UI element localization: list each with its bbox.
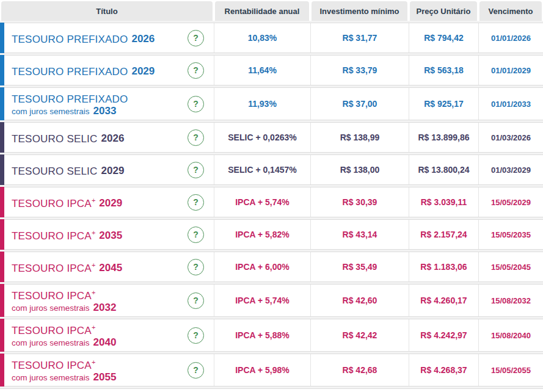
bond-subtitle: com juros semestrais	[12, 107, 90, 116]
bond-plus-superscript: +	[92, 324, 95, 331]
help-icon[interactable]: ?	[188, 327, 204, 344]
bond-maturity: 01/01/2026	[478, 23, 543, 53]
bond-min-investment: R$ 138,00	[310, 155, 409, 184]
bond-plus-superscript: +	[92, 289, 95, 296]
partial-next-row	[0, 388, 543, 392]
bond-subtitle: com juros semestrais	[12, 338, 90, 347]
bond-maturity: 15/08/2040	[478, 319, 543, 351]
help-icon[interactable]: ?	[188, 362, 204, 379]
bond-unit-price: R$ 794,42	[409, 23, 478, 53]
table-header: Título Rentabilidade anual Investimento …	[0, 0, 543, 21]
bond-min-investment: R$ 31,77	[310, 23, 409, 53]
bond-row[interactable]: TESOURO SELIC2026 ? SELIC + 0,0263% R$ 1…	[0, 122, 543, 153]
bond-rate: 11,93%	[214, 88, 310, 120]
bond-maturity: 01/01/2033	[478, 88, 543, 120]
bond-name: TESOURO IPCA	[12, 262, 92, 274]
bond-min-investment: R$ 37,00	[310, 88, 409, 120]
bond-min-investment: R$ 42,60	[310, 285, 409, 316]
bond-year: 2029	[131, 65, 155, 77]
bond-color-bar	[0, 55, 4, 85]
bond-row[interactable]: TESOURO PREFIXADO2026 ? 10,83% R$ 31,77 …	[0, 23, 543, 53]
bond-min-investment: R$ 43,14	[310, 220, 409, 249]
bond-plus-superscript: +	[92, 261, 95, 269]
bond-rate: IPCA + 5,98%	[214, 354, 310, 386]
bond-row[interactable]: TESOURO IPCA+2045 ? IPCA + 6,00% R$ 35,4…	[0, 252, 543, 282]
bond-title: TESOURO SELIC2026	[12, 130, 124, 145]
bond-plus-superscript: +	[92, 358, 95, 366]
bond-name: TESOURO IPCA	[12, 290, 92, 302]
bond-name: TESOURO IPCA	[12, 197, 92, 209]
help-icon[interactable]: ?	[188, 259, 204, 275]
bond-title-cell: TESOURO PREFIXADO2026 ?	[0, 23, 214, 53]
bond-unit-price: R$ 925,17	[409, 88, 478, 120]
bond-row[interactable]: TESOURO PREFIXADO com juros semestrais20…	[0, 87, 543, 120]
help-icon[interactable]: ?	[188, 227, 204, 243]
help-icon[interactable]: ?	[188, 162, 204, 178]
bond-title: TESOURO IPCA+2045	[12, 260, 122, 275]
bond-color-bar	[0, 219, 4, 250]
bond-min-investment: R$ 138,99	[310, 123, 409, 152]
bond-title-cell: TESOURO IPCA+2035 ?	[0, 220, 214, 249]
bond-title-cell: TESOURO IPCA+2045 ?	[0, 252, 214, 281]
bond-row[interactable]: TESOURO SELIC2029 ? SELIC + 0,1457% R$ 1…	[0, 154, 543, 185]
bond-maturity: 15/05/2045	[478, 252, 543, 281]
help-icon[interactable]: ?	[188, 30, 204, 46]
bond-rate: IPCA + 6,00%	[214, 252, 310, 281]
bond-unit-price: R$ 563,18	[409, 56, 478, 85]
bond-rate: SELIC + 0,1457%	[214, 155, 310, 184]
help-icon[interactable]: ?	[188, 292, 204, 309]
bond-maturity: 15/05/2035	[478, 220, 543, 249]
bond-color-bar	[0, 319, 4, 352]
bond-row[interactable]: TESOURO IPCA+ com juros semestrais2055 ?…	[0, 354, 543, 387]
bond-year: 2035	[99, 230, 122, 241]
bond-year: 2045	[99, 262, 122, 274]
column-header-investimento-minimo: Investimento mínimo	[312, 1, 407, 21]
bond-maturity: 15/08/2032	[478, 285, 543, 316]
bond-title-cell: TESOURO PREFIXADO com juros semestrais20…	[0, 88, 214, 120]
bond-year: 2032	[93, 302, 117, 313]
bond-name: TESOURO IPCA	[12, 360, 92, 371]
bond-title-cell: TESOURO IPCA+ com juros semestrais2055 ?	[0, 354, 214, 386]
bond-subtitle: com juros semestrais	[12, 373, 90, 382]
bond-plus-superscript: +	[92, 229, 95, 236]
help-icon[interactable]: ?	[188, 96, 204, 112]
bond-maturity: 15/05/2055	[478, 354, 543, 386]
bond-rate: 11,64%	[214, 56, 310, 85]
bond-name: TESOURO IPCA	[12, 230, 92, 241]
bond-unit-price: R$ 2.157,24	[409, 220, 478, 249]
bond-year: 2029	[99, 197, 122, 209]
column-header-rentabilidade: Rentabilidade anual	[215, 1, 309, 21]
bond-name: TESOURO SELIC	[12, 132, 98, 144]
bond-unit-price: R$ 13.800,24	[409, 155, 478, 184]
bond-unit-price: R$ 3.039,11	[409, 187, 478, 217]
bond-title-cell: TESOURO PREFIXADO2029 ?	[0, 56, 214, 85]
bond-row[interactable]: TESOURO IPCA+2035 ? IPCA + 5,82% R$ 43,1…	[0, 219, 543, 250]
bond-rate: IPCA + 5,82%	[214, 220, 310, 249]
bond-title-cell: TESOURO SELIC2029 ?	[0, 155, 214, 184]
bond-min-investment: R$ 35,49	[310, 252, 409, 281]
bond-color-bar	[0, 23, 4, 53]
bond-color-bar	[0, 354, 4, 387]
bond-color-bar	[0, 284, 4, 317]
bond-row[interactable]: TESOURO IPCA+ com juros semestrais2032 ?…	[0, 284, 543, 317]
bond-rate: IPCA + 5,74%	[214, 187, 310, 217]
bond-row[interactable]: TESOURO IPCA+2029 ? IPCA + 5,74% R$ 30,3…	[0, 187, 543, 217]
help-icon[interactable]: ?	[188, 194, 204, 211]
bond-subtitle: com juros semestrais	[12, 303, 90, 313]
bond-rate: SELIC + 0,0263%	[214, 123, 310, 152]
bond-title-cell: TESOURO IPCA+ com juros semestrais2040 ?	[0, 319, 214, 351]
bond-title: TESOURO IPCA+ com juros semestrais2040	[12, 322, 116, 349]
bond-rate: 10,83%	[214, 23, 310, 53]
bond-maturity: 01/01/2029	[478, 56, 543, 85]
help-icon[interactable]: ?	[188, 62, 204, 79]
bond-row[interactable]: TESOURO PREFIXADO2029 ? 11,64% R$ 33,79 …	[0, 55, 543, 85]
bond-year: 2055	[93, 371, 117, 383]
bond-maturity: 01/03/2026	[478, 123, 543, 152]
column-header-titulo: Título	[1, 1, 213, 21]
bond-title: TESOURO IPCA+2029	[12, 195, 122, 210]
bond-table: Título Rentabilidade anual Investimento …	[0, 0, 543, 392]
bond-unit-price: R$ 4.242,97	[409, 319, 478, 351]
bond-row[interactable]: TESOURO IPCA+ com juros semestrais2040 ?…	[0, 319, 543, 352]
bond-title-cell: TESOURO IPCA+ com juros semestrais2032 ?	[0, 285, 214, 316]
help-icon[interactable]: ?	[188, 129, 204, 146]
